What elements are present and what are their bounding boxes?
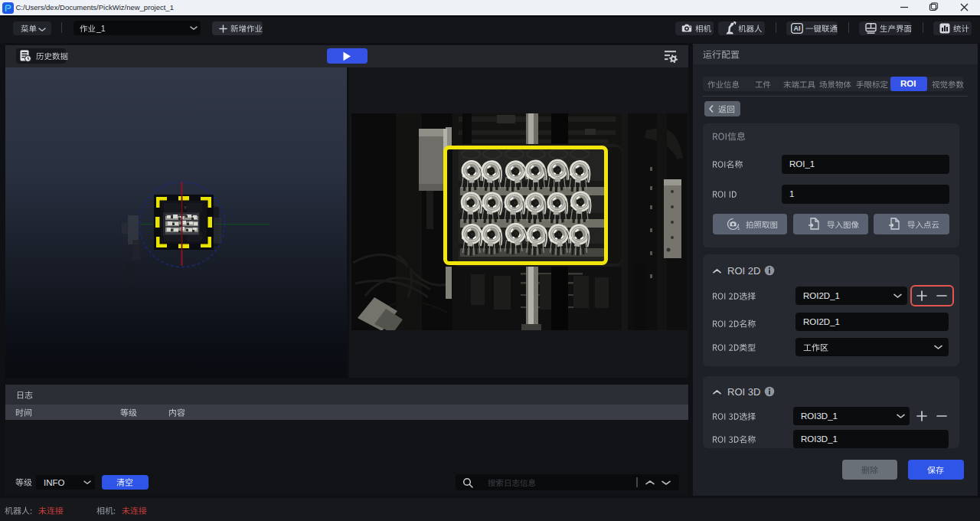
svg-text:AI: AI xyxy=(794,25,801,32)
svg-text:ROI 2D: ROI 2D xyxy=(727,265,760,276)
svg-text:1: 1 xyxy=(737,226,740,231)
svg-text:ROI 3D: ROI 3D xyxy=(727,386,760,397)
svg-text:Y: Y xyxy=(184,205,187,210)
